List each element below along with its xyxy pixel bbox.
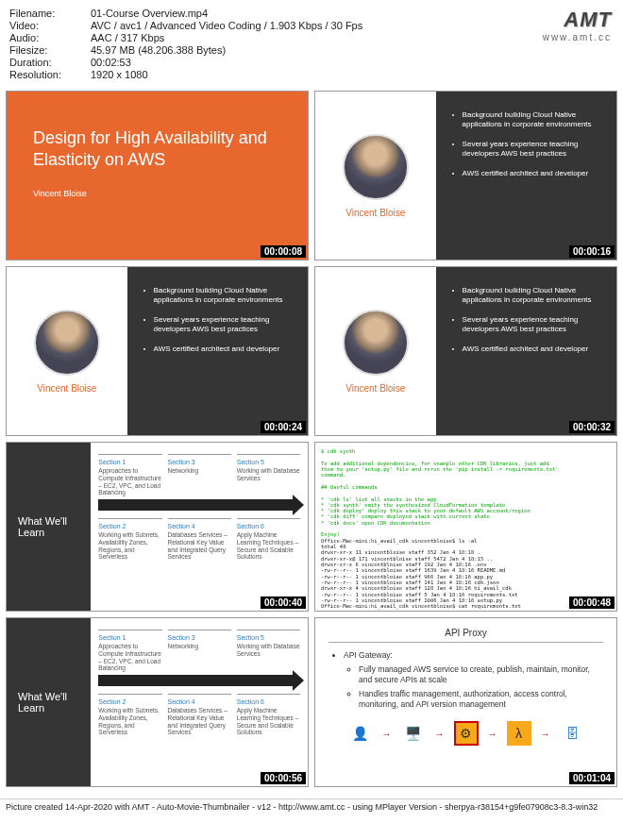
logo-text: AMT (543, 8, 612, 32)
section-title: Section 6 (237, 523, 300, 529)
timestamp: 00:00:40 (261, 596, 306, 609)
bio-bullet: Several years experience teaching develo… (463, 315, 603, 335)
thumbnail-3[interactable]: Vincent Bloise Background building Cloud… (6, 266, 309, 436)
api-title: API Proxy (328, 628, 603, 643)
rds-icon: 🗄 (560, 721, 584, 746)
api-bullet: Fully managed AWS service to create, pub… (359, 664, 603, 685)
learn-heading: What We'll Learn (7, 443, 91, 611)
audio-value: AAC / 317 Kbps (91, 32, 164, 43)
thumbnail-6[interactable]: $ cdk synth To add additional dependenci… (314, 442, 617, 612)
thumbnail-8[interactable]: API Proxy API Gateway: Fully managed AWS… (314, 617, 617, 787)
avatar (34, 310, 100, 376)
api-gateway-heading: API Gateway: (344, 650, 603, 661)
section-title: Section 2 (98, 523, 161, 529)
section-title: Section 5 (237, 459, 300, 465)
footer-text: Picture created 14-Apr-2020 with AMT - A… (0, 798, 623, 815)
filename-label: Filename: (9, 8, 91, 19)
arrow-icon: → (488, 729, 497, 739)
bio-bullet: AWS certified architect and developer (154, 344, 295, 354)
thumbnail-grid: Design for High Availability and Elastic… (0, 85, 623, 798)
arrow-icon: → (435, 729, 445, 739)
bio-bullet: Background building Cloud Native applica… (154, 286, 295, 306)
arrow-icon: → (541, 729, 550, 739)
api-bullet: Handles traffic management, authorizatio… (359, 689, 603, 710)
timestamp: 00:01:04 (569, 772, 615, 784)
bio-bullet: Several years experience teaching develo… (154, 315, 295, 335)
filesize-label: Filesize: (9, 44, 91, 56)
metadata-header: AMT www.amt.cc Filename:01-Course Overvi… (0, 0, 623, 85)
client-icon: 👤 (348, 721, 373, 746)
thumbnail-1[interactable]: Design for High Availability and Elastic… (6, 91, 309, 260)
duration-value: 00:02:53 (91, 57, 131, 68)
presenter-name: Vincent Bloise (345, 383, 405, 394)
timestamp: 00:00:24 (261, 421, 306, 433)
arrow-icon: → (382, 729, 392, 739)
timestamp: 00:00:08 (261, 245, 306, 258)
resolution-value: 1920 x 1080 (91, 69, 148, 80)
presenter-name: Vincent Bloise (345, 208, 405, 218)
filename-value: 01-Course Overview.mp4 (91, 8, 208, 19)
avatar (343, 310, 409, 376)
duration-label: Duration: (9, 57, 91, 68)
bio-bullet: Background building Cloud Native applica… (463, 110, 603, 130)
video-label: Video: (9, 20, 91, 31)
logo-url: www.amt.cc (543, 32, 612, 42)
amt-logo: AMT www.amt.cc (543, 8, 612, 42)
video-value: AVC / avc1 / Advanced Video Coding / 1.9… (91, 20, 362, 31)
learn-heading: What We'll Learn (7, 618, 91, 786)
webapp-icon: 🖥️ (401, 721, 426, 746)
thumbnail-4[interactable]: Vincent Bloise Background building Cloud… (314, 266, 617, 436)
thumbnail-5[interactable]: What We'll Learn Section 1Approaches to … (6, 442, 309, 612)
slide-title: Design for High Availability and Elastic… (33, 127, 281, 172)
timestamp: 00:00:16 (569, 245, 615, 258)
thumbnail-2[interactable]: Vincent Bloise Background building Cloud… (314, 91, 617, 260)
section-desc: Networking (168, 467, 231, 475)
bio-bullet: AWS certified architect and developer (463, 169, 603, 178)
bio-bullet: Several years experience teaching develo… (463, 140, 603, 160)
timestamp: 00:00:32 (569, 421, 615, 433)
section-desc: Databases Services – Relational Key Valu… (168, 531, 231, 561)
thumbnail-7[interactable]: What We'll Learn Section 1Approaches to … (6, 617, 309, 787)
section-title: Section 4 (168, 523, 231, 529)
section-desc: Working with Subnets, Availability Zones… (98, 531, 161, 561)
section-desc: Working with Database Services (237, 467, 300, 482)
section-title: Section 1 (98, 459, 161, 465)
terminal-output: $ cdk synth To add additional dependenci… (315, 443, 616, 611)
api-gateway-icon: ⚙ (454, 721, 479, 746)
lambda-icon: λ (507, 721, 531, 746)
audio-label: Audio: (9, 32, 91, 43)
section-desc: Approaches to Compute Infrastructure – E… (98, 467, 161, 496)
bio-bullet: AWS certified architect and developer (463, 344, 603, 354)
api-diagram: 👤 → 🖥️ → ⚙ → λ → 🗄 (328, 721, 603, 746)
filesize-value: 45.97 MB (48.206.388 Bytes) (91, 44, 226, 56)
resolution-label: Resolution: (9, 69, 91, 80)
timestamp: 00:00:48 (569, 596, 615, 609)
section-title: Section 3 (168, 459, 231, 465)
timestamp: 00:00:56 (261, 772, 306, 784)
section-desc: Apply Machine Learning Techniques – Secu… (237, 531, 300, 561)
bio-bullet: Background building Cloud Native applica… (463, 286, 603, 306)
presenter-name: Vincent Bloise (37, 383, 96, 394)
slide-author: Vincent Bloise (33, 189, 281, 198)
avatar (343, 134, 409, 200)
